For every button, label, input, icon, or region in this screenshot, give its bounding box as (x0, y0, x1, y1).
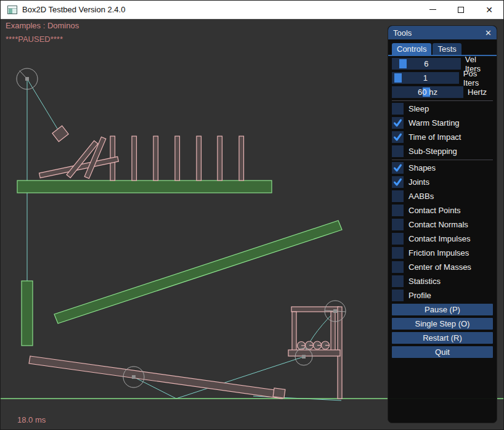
slider-row-hertz: 60 hzHertz (392, 86, 493, 98)
checkbox-label: Contact Impulses (408, 234, 470, 243)
vertical-board (22, 281, 33, 346)
frame-left-post (292, 312, 296, 355)
checkbox-label: Friction Impulses (408, 248, 469, 258)
maximize-icon (458, 7, 464, 13)
checkbox-statistics[interactable]: Statistics (392, 275, 493, 287)
checkbox-checked-icon[interactable] (392, 131, 404, 143)
domino (175, 136, 180, 181)
checkbox-sleep[interactable]: Sleep (392, 103, 493, 115)
button-single-step-o[interactable]: Single Step (O) (392, 318, 493, 330)
checkbox-label: Contact Normals (408, 220, 468, 229)
checkbox-time-of-impact[interactable]: Time of Impact (392, 131, 493, 143)
checkbox-label: AABBs (408, 192, 434, 201)
window-controls: ✕ (418, 1, 503, 18)
checkbox-aabbs[interactable]: AABBs (392, 190, 493, 202)
maximize-button[interactable] (447, 1, 475, 18)
button-quit[interactable]: Quit (392, 346, 493, 358)
slider-vel-iters[interactable]: 6 (392, 58, 461, 70)
checkbox-label: Time of Impact (408, 132, 461, 142)
checkbox-checked-icon[interactable] (392, 176, 404, 188)
tilted-plank (29, 356, 283, 399)
tabbar: ControlsTests (388, 39, 497, 56)
checkbox-unchecked[interactable] (392, 247, 404, 259)
slider-hertz[interactable]: 60 hz (392, 86, 463, 98)
slider-value: 1 (392, 72, 459, 84)
checkbox-center-of-masses[interactable]: Center of Masses (392, 261, 493, 273)
checkbox-checked-icon[interactable] (392, 162, 404, 174)
domino (217, 136, 222, 181)
domino (132, 136, 137, 181)
separator (392, 160, 493, 160)
checkbox-contact-normals[interactable]: Contact Normals (392, 219, 493, 230)
action-buttons: Pause (P)Single Step (O)Restart (R)Quit (392, 304, 493, 358)
checkbox-label: Joints (408, 177, 429, 187)
checkbox-contact-impulses[interactable]: Contact Impulses (392, 233, 493, 245)
checkbox-joints[interactable]: Joints (392, 176, 493, 188)
tools-panel: Tools ✕ ControlsTests 6Vel Iters1Pos Ite… (388, 25, 497, 423)
checkbox-unchecked[interactable] (392, 103, 404, 115)
checkbox-label: Warm Starting (408, 118, 460, 128)
window-title: Box2D Testbed Version 2.4.0 (22, 5, 125, 14)
tab-controls[interactable]: Controls (392, 43, 431, 55)
slider-pos-iters[interactable]: 1 (392, 72, 459, 84)
solver-options: SleepWarm StartingTime of ImpactSub-Step… (392, 103, 493, 157)
checkbox-friction-impulses[interactable]: Friction Impulses (392, 247, 493, 259)
checkbox-unchecked[interactable] (392, 275, 404, 287)
checkbox-profile[interactable]: Profile (392, 290, 493, 301)
example-label: Examples : Dominos (6, 21, 79, 30)
frame-time-label: 18.0 ms (17, 415, 46, 424)
button-restart-r[interactable]: Restart (R) (392, 332, 493, 344)
separator (392, 100, 493, 101)
checkbox-label: Statistics (408, 277, 441, 286)
plank-end-block (273, 388, 285, 398)
checkbox-unchecked[interactable] (392, 219, 404, 230)
checkbox-sub-stepping[interactable]: Sub-Stepping (392, 145, 493, 157)
domino (153, 136, 158, 181)
minimize-icon (429, 9, 436, 10)
tools-title: Tools (393, 28, 412, 38)
checkbox-unchecked[interactable] (392, 190, 404, 202)
checkbox-label: Contact Points (408, 206, 461, 215)
button-pause-p[interactable]: Pause (P) (392, 304, 493, 315)
domino-platform (17, 181, 272, 193)
app-icon (7, 6, 17, 14)
anchor-squares (25, 77, 337, 379)
close-button[interactable]: ✕ (475, 1, 503, 18)
slider-value: 6 (392, 58, 461, 70)
frame-inner-post (331, 312, 335, 355)
tools-titlebar[interactable]: Tools ✕ (388, 26, 497, 39)
checkbox-label: Shapes (408, 163, 436, 172)
paused-label: ****PAUSED**** (6, 34, 63, 44)
minimize-button[interactable] (418, 1, 447, 18)
titlebar: Box2D Testbed Version 2.4.0 ✕ (1, 1, 503, 19)
app-window: Box2D Testbed Version 2.4.0 ✕ (0, 0, 504, 430)
slider-section: 6Vel Iters1Pos Iters60 hzHertz (392, 58, 493, 98)
checkbox-label: Sub-Stepping (408, 147, 457, 156)
checkbox-label: Center of Masses (408, 262, 471, 272)
draw-options: ShapesJointsAABBsContact PointsContact N… (392, 162, 493, 301)
checkbox-checked-icon[interactable] (392, 117, 404, 129)
tools-close-icon[interactable]: ✕ (485, 29, 492, 37)
checkbox-contact-points[interactable]: Contact Points (392, 205, 493, 216)
checkbox-unchecked[interactable] (392, 233, 404, 245)
checkbox-label: Profile (408, 291, 431, 300)
checkbox-warm-starting[interactable]: Warm Starting (392, 117, 493, 129)
checkbox-unchecked[interactable] (392, 290, 404, 301)
checkbox-unchecked[interactable] (392, 261, 404, 273)
checkbox-shapes[interactable]: Shapes (392, 162, 493, 174)
slider-label: Pos Iters (463, 69, 493, 87)
pendulum-box (52, 126, 68, 142)
slider-row-pos-iters: 1Pos Iters (392, 72, 493, 84)
slider-label: Hertz (468, 87, 487, 97)
slider-row-vel-iters: 6Vel Iters (392, 58, 493, 70)
domino (197, 136, 201, 181)
checkbox-unchecked[interactable] (392, 205, 404, 216)
tab-tests[interactable]: Tests (433, 43, 461, 55)
domino (239, 136, 244, 181)
close-icon: ✕ (486, 6, 493, 14)
checkbox-label: Sleep (408, 104, 429, 113)
slider-value: 60 hz (392, 86, 463, 98)
checkbox-unchecked[interactable] (392, 145, 404, 157)
simulation-canvas[interactable]: Examples : Dominos ****PAUSED**** 18.0 m… (1, 19, 504, 430)
